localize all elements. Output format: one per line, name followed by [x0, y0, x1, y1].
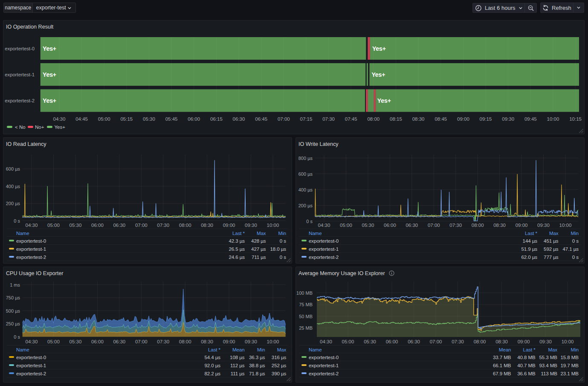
- svg-text:250 µs: 250 µs: [6, 321, 20, 326]
- svg-text:600 µs: 600 µs: [298, 171, 313, 177]
- svg-text:750 µs: 750 µs: [6, 295, 20, 300]
- svg-text:09:30: 09:30: [502, 116, 514, 122]
- svg-text:0 s: 0 s: [14, 334, 20, 340]
- svg-text:04:30: 04:30: [318, 223, 330, 228]
- svg-text:04:30: 04:30: [26, 223, 38, 228]
- svg-text:10:00: 10:00: [267, 339, 279, 344]
- svg-text:09:00: 09:00: [223, 223, 235, 228]
- svg-text:05:30: 05:30: [70, 223, 82, 228]
- svg-text:0 s: 0 s: [306, 219, 313, 224]
- svg-text:05:15: 05:15: [120, 116, 133, 122]
- svg-text:Yes+: Yes+: [43, 97, 56, 104]
- svg-text:400 µs: 400 µs: [298, 187, 313, 192]
- svg-text:exportertest-1: exportertest-1: [5, 72, 35, 77]
- svg-text:exportertest-2: exportertest-2: [5, 98, 35, 103]
- svg-text:07:00: 07:00: [428, 223, 440, 228]
- svg-text:05:00: 05:00: [47, 223, 60, 228]
- svg-text:05:00: 05:00: [47, 339, 60, 344]
- svg-text:05:30: 05:30: [364, 339, 376, 344]
- svg-text:06:00: 06:00: [384, 223, 396, 228]
- svg-text:09:45: 09:45: [524, 116, 537, 122]
- svg-text:09:30: 09:30: [539, 339, 552, 344]
- svg-text:08:00: 08:00: [472, 223, 484, 228]
- svg-text:04:30: 04:30: [53, 116, 66, 122]
- svg-text:09:00: 09:00: [223, 339, 235, 344]
- svg-text:07:00: 07:00: [430, 339, 442, 344]
- svg-text:04:30: 04:30: [26, 339, 38, 344]
- svg-text:Yes+: Yes+: [55, 125, 66, 130]
- svg-text:05:30: 05:30: [70, 339, 82, 344]
- svg-text:500 µs: 500 µs: [6, 308, 20, 313]
- svg-text:08:00: 08:00: [474, 339, 486, 344]
- svg-text:05:00: 05:00: [98, 116, 110, 122]
- svg-text:07:30: 07:30: [452, 339, 464, 344]
- svg-text:Yes+: Yes+: [377, 97, 391, 104]
- svg-text:200 µs: 200 µs: [298, 203, 313, 208]
- svg-text:Yes+: Yes+: [372, 45, 386, 52]
- svg-text:04:45: 04:45: [75, 116, 88, 122]
- svg-text:800 µs: 800 µs: [298, 156, 313, 161]
- svg-text:10:15: 10:15: [569, 116, 582, 122]
- svg-text:05:00: 05:00: [342, 339, 354, 344]
- svg-text:08:00: 08:00: [367, 116, 379, 122]
- svg-text:07:00: 07:00: [135, 223, 148, 228]
- svg-text:06:30: 06:30: [408, 339, 420, 344]
- svg-text:08:30: 08:30: [201, 223, 213, 228]
- svg-text:07:00: 07:00: [135, 339, 148, 344]
- svg-text:09:00: 09:00: [518, 339, 530, 344]
- svg-text:08:00: 08:00: [179, 339, 191, 344]
- svg-text:06:30: 06:30: [113, 339, 125, 344]
- svg-text:400 µs: 400 µs: [6, 184, 20, 189]
- svg-text:06:15: 06:15: [210, 116, 223, 122]
- svg-text:50 MB: 50 MB: [299, 314, 313, 319]
- svg-text:07:00: 07:00: [278, 116, 290, 122]
- svg-text:10:00: 10:00: [267, 223, 279, 228]
- svg-text:08:30: 08:30: [495, 339, 508, 344]
- svg-text:05:30: 05:30: [362, 223, 374, 228]
- svg-text:07:15: 07:15: [300, 116, 313, 122]
- svg-text:08:30: 08:30: [201, 339, 213, 344]
- svg-text:10:00: 10:00: [547, 116, 559, 122]
- svg-text:09:30: 09:30: [245, 223, 257, 228]
- svg-text:exportertest-0: exportertest-0: [5, 46, 35, 51]
- svg-text:09:30: 09:30: [537, 223, 550, 228]
- svg-text:04:30: 04:30: [320, 339, 332, 344]
- svg-text:07:30: 07:30: [157, 339, 169, 344]
- svg-text:< No: < No: [15, 125, 26, 130]
- svg-text:25 MB: 25 MB: [299, 325, 313, 331]
- svg-text:06:00: 06:00: [188, 116, 200, 122]
- svg-text:08:15: 08:15: [390, 116, 402, 122]
- svg-text:08:00: 08:00: [179, 223, 191, 228]
- svg-text:08:30: 08:30: [412, 116, 425, 122]
- svg-text:0 s: 0 s: [14, 218, 20, 223]
- svg-text:06:45: 06:45: [255, 116, 267, 122]
- svg-text:10:00: 10:00: [562, 339, 574, 344]
- svg-text:10:00: 10:00: [559, 223, 572, 228]
- svg-text:05:30: 05:30: [143, 116, 155, 122]
- svg-text:08:45: 08:45: [434, 116, 447, 122]
- svg-text:06:00: 06:00: [91, 339, 104, 344]
- svg-text:06:00: 06:00: [91, 223, 104, 228]
- svg-text:05:45: 05:45: [165, 116, 178, 122]
- svg-text:09:00: 09:00: [516, 223, 528, 228]
- svg-text:Yes+: Yes+: [43, 71, 56, 78]
- svg-text:100 MB: 100 MB: [296, 290, 313, 296]
- svg-text:09:00: 09:00: [457, 116, 469, 122]
- svg-text:07:30: 07:30: [157, 223, 169, 228]
- svg-text:06:00: 06:00: [386, 339, 398, 344]
- svg-text:09:15: 09:15: [480, 116, 492, 122]
- svg-text:05:00: 05:00: [340, 223, 352, 228]
- svg-text:No+: No+: [35, 125, 44, 130]
- svg-text:08:30: 08:30: [493, 223, 506, 228]
- svg-text:1 ms: 1 ms: [10, 282, 20, 287]
- svg-text:07:30: 07:30: [449, 223, 462, 228]
- svg-text:06:30: 06:30: [233, 116, 245, 122]
- svg-text:200 µs: 200 µs: [6, 201, 20, 206]
- svg-text:75 MB: 75 MB: [299, 302, 313, 307]
- svg-text:Yes+: Yes+: [43, 45, 56, 52]
- svg-text:07:45: 07:45: [345, 116, 357, 122]
- svg-text:600 µs: 600 µs: [6, 166, 20, 171]
- svg-text:06:30: 06:30: [113, 223, 125, 228]
- svg-text:06:30: 06:30: [406, 223, 418, 228]
- svg-text:07:30: 07:30: [322, 116, 335, 122]
